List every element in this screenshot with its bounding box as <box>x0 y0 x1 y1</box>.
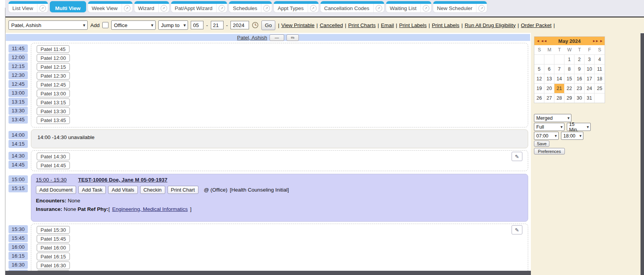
slot-button-patel-15-30[interactable]: Patel 15:30 <box>37 226 70 234</box>
calendar-day-cell[interactable]: 11 <box>595 64 605 74</box>
clock-icon[interactable] <box>252 22 259 29</box>
jump-to-select[interactable]: Jump to ▼ <box>158 20 188 30</box>
calendar-prev-month-icon[interactable]: ◄◄ <box>541 37 547 45</box>
calendar-day-cell[interactable]: 5 <box>534 64 544 74</box>
calendar-day-cell[interactable]: 27 <box>544 93 554 103</box>
calendar-day-cell[interactable]: 19 <box>534 83 544 93</box>
calendar-day-cell[interactable]: 18 <box>595 74 605 83</box>
provider-select[interactable]: Patel, Ashish ▼ <box>8 20 88 30</box>
start-time-select[interactable]: 07:00 ▼ <box>534 132 559 140</box>
popout-icon[interactable]: ↗ <box>310 5 317 12</box>
popout-icon[interactable]: ↗ <box>161 5 167 12</box>
slot-button-patel-16-15[interactable]: Patel 16:15 <box>37 253 70 260</box>
calendar-day-cell[interactable]: 31 <box>585 93 595 103</box>
slot-button-patel-12-30[interactable]: Patel 12:30 <box>37 72 70 80</box>
calendar-day-cell[interactable]: 22 <box>564 83 575 93</box>
slot-button-patel-14-45[interactable]: Patel 14:45 <box>37 161 70 169</box>
facility-select[interactable]: Office ▼ <box>111 20 156 30</box>
popout-icon[interactable]: ↗ <box>263 5 270 12</box>
link-print-labels[interactable]: Print Labels <box>399 22 427 28</box>
calendar-day-cell[interactable]: 25 <box>595 83 605 93</box>
fb-button[interactable]: f/b <box>286 34 299 41</box>
layout-select[interactable]: Merged ▼ <box>534 114 571 122</box>
calendar-next-year-icon[interactable]: ► <box>600 37 603 45</box>
appointment-patient-link[interactable]: TEST-10006 Doe, Jane M 05-09-1937 <box>78 177 167 183</box>
date-month-input[interactable]: 05 <box>191 21 203 29</box>
preferences-button[interactable]: Preferences <box>534 148 565 154</box>
end-time-select[interactable]: 18:00 ▼ <box>561 132 583 140</box>
calendar-day-cell[interactable]: 21 <box>554 83 564 93</box>
date-year-input[interactable]: 2024 <box>230 21 249 29</box>
link-order-packet[interactable]: Order Packet <box>521 22 552 28</box>
link-view-printable[interactable]: View Printable <box>281 22 315 28</box>
checkin-button[interactable]: Checkin <box>140 186 165 194</box>
slot-button-patel-12-00[interactable]: Patel 12:00 <box>37 54 70 62</box>
appointment-time-link[interactable]: 15:00 - 15:30 <box>36 177 67 183</box>
calendar-day-cell[interactable]: 1 <box>564 54 575 64</box>
slot-button-patel-14-30[interactable]: Patel 14:30 <box>37 153 70 160</box>
date-day-input[interactable]: 21 <box>211 21 224 29</box>
slot-button-patel-11-45[interactable]: Patel 11:45 <box>37 45 69 53</box>
link-print-labels[interactable]: Print Labels <box>432 22 459 28</box>
print-chart-button[interactable]: Print Chart <box>168 186 198 194</box>
popout-icon[interactable]: ↗ <box>423 5 429 12</box>
add-vitals-button[interactable]: Add Vitals <box>108 186 137 194</box>
interval-select[interactable]: 15 Min. ▼ <box>567 123 591 131</box>
slot-button-patel-13-00[interactable]: Patel 13:00 <box>37 90 70 97</box>
link-print-charts[interactable]: Print Charts <box>348 22 376 28</box>
add-checkbox[interactable] <box>102 22 108 28</box>
calendar-prev-year-icon[interactable]: ◄ <box>536 37 539 45</box>
appointment-card[interactable]: 15:00 - 15:30 TEST-10006 Doe, Jane M 05-… <box>31 174 528 222</box>
tab-wizard[interactable]: Wizard↗ <box>134 1 169 12</box>
referring-link[interactable]: Engineering, Medical Informatics <box>112 206 188 212</box>
calendar-day-cell[interactable]: 29 <box>564 93 575 103</box>
tab-appt-types[interactable]: Appt Types↗ <box>274 1 318 12</box>
popout-icon[interactable]: ↗ <box>39 5 46 12</box>
calendar-day-cell[interactable]: 7 <box>554 64 564 74</box>
calendar-day-cell[interactable]: 28 <box>554 93 564 103</box>
add-document-button[interactable]: Add Document <box>36 186 76 194</box>
calendar-day-cell[interactable]: 17 <box>585 74 595 83</box>
slot-button-patel-12-15[interactable]: Patel 12:15 <box>37 63 70 71</box>
calendar-day-cell[interactable]: 20 <box>544 83 554 93</box>
tab-week-view[interactable]: Week View↗ <box>88 1 132 12</box>
popout-icon[interactable]: ↗ <box>376 5 382 12</box>
edit-appointment-icon[interactable]: ✎ <box>512 152 522 161</box>
calendar-day-cell[interactable]: 14 <box>554 74 564 83</box>
slot-button-patel-15-45[interactable]: Patel 15:45 <box>37 235 70 243</box>
tab-list-view[interactable]: List View↗ <box>8 1 48 12</box>
calendar-day-cell[interactable]: 23 <box>575 83 585 93</box>
size-select[interactable]: Full ▼ <box>534 123 564 131</box>
edit-appointment-icon[interactable]: ✎ <box>512 225 522 234</box>
calendar-day-cell[interactable]: 3 <box>585 54 595 64</box>
add-task-button[interactable]: Add Task <box>78 186 106 194</box>
tab-waiting-list[interactable]: Waiting List↗ <box>386 1 431 12</box>
popout-icon[interactable]: ↗ <box>219 5 225 12</box>
calendar-day-cell[interactable]: 24 <box>585 83 595 93</box>
collapse-button[interactable]: — <box>269 34 284 41</box>
slot-button-patel-16-00[interactable]: Patel 16:00 <box>37 244 70 251</box>
calendar-day-cell[interactable]: 8 <box>564 64 575 74</box>
tab-schedules[interactable]: Schedules↗ <box>229 1 272 12</box>
slot-button-patel-13-15[interactable]: Patel 13:15 <box>37 98 70 106</box>
link-run-all-drug-eligibility[interactable]: Run All Drug Eligibility <box>464 22 515 28</box>
calendar-day-cell[interactable]: 12 <box>534 74 544 83</box>
popout-icon[interactable]: ↗ <box>478 5 485 12</box>
slot-button-patel-16-30[interactable]: Patel 16:30 <box>37 261 70 269</box>
tab-cancellation-codes[interactable]: Cancellation Codes↗ <box>320 1 384 12</box>
slot-button-patel-12-45[interactable]: Patel 12:45 <box>37 81 70 88</box>
provider-header-link[interactable]: Patel, Ashish <box>237 35 267 41</box>
calendar-day-cell[interactable]: 26 <box>534 93 544 103</box>
tab-multi-view[interactable]: Multi View <box>50 1 86 12</box>
calendar-day-cell[interactable]: 15 <box>564 74 575 83</box>
tab-new-scheduler[interactable]: New Scheduler↗ <box>433 1 487 12</box>
calendar-day-cell[interactable]: 6 <box>544 64 554 74</box>
calendar-day-cell[interactable]: 30 <box>575 93 585 103</box>
calendar-day-cell[interactable]: 9 <box>575 64 585 74</box>
calendar-day-cell[interactable]: 10 <box>585 64 595 74</box>
vertical-scrollbar[interactable] <box>641 33 644 275</box>
slot-button-patel-13-30[interactable]: Patel 13:30 <box>37 107 70 115</box>
save-button[interactable]: Save <box>534 141 549 147</box>
horizontal-scrollbar[interactable] <box>5 271 531 275</box>
go-button[interactable]: Go <box>261 20 275 30</box>
